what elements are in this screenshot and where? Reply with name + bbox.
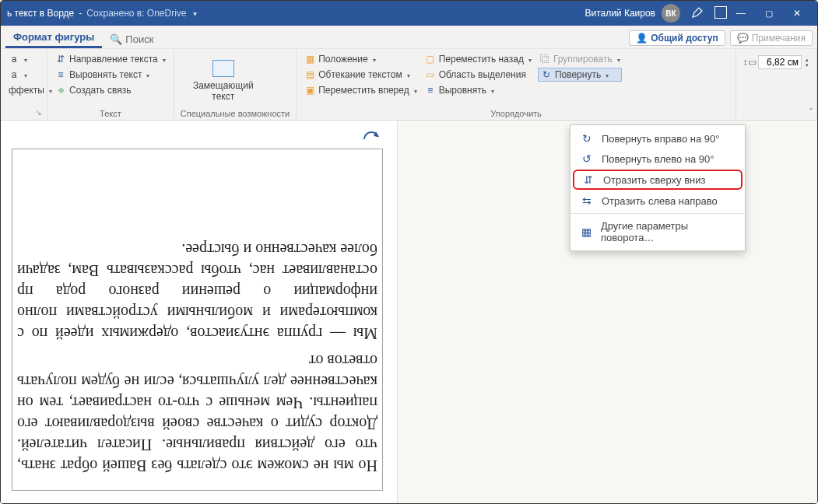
group-label-accessibility: Специальные возможности [181, 109, 290, 120]
alt-text-icon [212, 60, 234, 77]
menu-separator [570, 213, 745, 214]
menu-rotate-left-90[interactable]: ↺ Повернуть влево на 90° [570, 149, 745, 169]
group-arrange: ▦Положение ▤Обтекание текстом ▣Перемести… [297, 49, 736, 120]
ribbon-mode-icon[interactable] [714, 6, 727, 21]
position-button[interactable]: ▦Положение [303, 52, 418, 66]
spinner-icon[interactable]: ▴▾ [806, 57, 809, 68]
pen-icon[interactable] [691, 6, 704, 21]
user-name: Виталий Каиров [585, 8, 655, 19]
group-label-arrange: Упорядочить [303, 109, 729, 120]
alt-text-button[interactable]: Замещающий текст [181, 52, 266, 109]
height-field[interactable] [758, 55, 802, 69]
window-minimize-button[interactable] [727, 1, 755, 26]
comment-icon: 💬 [737, 33, 749, 44]
collapse-ribbon-icon[interactable]: ˆ [809, 107, 813, 118]
flip-horizontal-icon: ⇆ [580, 194, 594, 207]
titlebar: ь текст в Ворде - Сохранено в: OneDrive … [1, 1, 817, 26]
group-objects-button: ⿻Группировать [538, 52, 622, 66]
rotate-handle-icon [361, 128, 383, 144]
shape-outline-partial[interactable]: а [7, 68, 54, 82]
align-objects-button[interactable]: ≡Выровнять [423, 83, 533, 97]
comments-button[interactable]: 💬 Примечания [730, 30, 813, 46]
paragraph-1: Мы — группа энтузиастов, одержимых идеей… [17, 239, 377, 344]
selection-pane-button[interactable]: ▭Область выделения [423, 68, 533, 82]
create-link-button[interactable]: ⎆Создать связь [54, 83, 167, 97]
ribbon-tabs: Формат фигуры 🔍 Поиск 👤 Общий доступ 💬 П… [1, 26, 817, 49]
doc-title: ь текст в Ворде [7, 8, 74, 19]
page[interactable]: Но мы не сможем это сделать без Вашей об… [1, 121, 398, 504]
share-button[interactable]: 👤 Общий доступ [629, 30, 725, 46]
dialog-launcher-icon[interactable]: ↘ [36, 109, 42, 117]
group-shape-styles: а а ффекты ↘ [1, 49, 47, 120]
align-text-button[interactable]: ≡Выровнять текст [54, 68, 167, 82]
height-icon: ↕▭ [744, 57, 755, 68]
menu-flip-horizontal[interactable]: ⇆ Отразить слева направо [570, 191, 745, 211]
group-label-text: Текст [54, 109, 167, 120]
text-direction-button[interactable]: ⇵Направление текста [54, 52, 167, 66]
tab-shape-format[interactable]: Формат фигуры [5, 26, 102, 48]
window-close-button[interactable] [783, 1, 811, 26]
user-avatar[interactable]: ВК [662, 4, 680, 23]
shape-effects[interactable]: ффекты [7, 83, 54, 97]
rotate-right-icon: ↻ [580, 132, 594, 145]
group-size: ↕▭ ▴▾ [736, 49, 817, 120]
share-icon: 👤 [636, 33, 648, 44]
rotate-dropdown-menu: ↻ Повернуть вправо на 90° ↺ Повернуть вл… [570, 124, 746, 251]
search-icon: 🔍 [110, 33, 122, 45]
group-text: ⇵Направление текста ≡Выровнять текст ⎆Со… [47, 49, 174, 120]
height-input[interactable]: ↕▭ ▴▾ [743, 54, 810, 71]
paragraph-2: Но мы не сможем это сделать без Вашей об… [17, 350, 377, 476]
menu-flip-vertical[interactable]: ⇵ Отразить сверху вниз [573, 170, 743, 190]
menu-rotate-right-90[interactable]: ↻ Повернуть вправо на 90° [570, 128, 745, 149]
text-box[interactable]: Но мы не сможем это сделать без Вашей об… [12, 149, 383, 491]
window-maximize-button[interactable] [755, 1, 783, 26]
flip-vertical-icon: ⇵ [581, 173, 595, 186]
more-rotation-icon: ▦ [580, 226, 593, 238]
ribbon: а а ффекты ↘ ⇵Направление текста ≡Выровн… [1, 49, 817, 121]
group-accessibility: Замещающий текст Специальные возможности [174, 49, 297, 120]
shape-fill-partial[interactable]: а [7, 52, 54, 66]
tell-me-search[interactable]: 🔍 Поиск [102, 29, 161, 48]
user-area[interactable]: Виталий Каиров ВК [585, 4, 727, 23]
rotate-button[interactable]: ↻Повернуть [538, 68, 622, 82]
menu-more-rotation[interactable]: ▦ Другие параметры поворота… [570, 216, 745, 247]
wrap-text-button[interactable]: ▤Обтекание текстом [303, 68, 418, 82]
rotate-left-icon: ↺ [580, 152, 594, 165]
send-backward-button[interactable]: ▢Переместить назад [423, 52, 533, 66]
chevron-down-icon[interactable]: ▾ [193, 9, 197, 18]
save-location[interactable]: Сохранено в: OneDrive [86, 8, 186, 19]
bring-forward-button[interactable]: ▣Переместить вперед [303, 83, 418, 97]
